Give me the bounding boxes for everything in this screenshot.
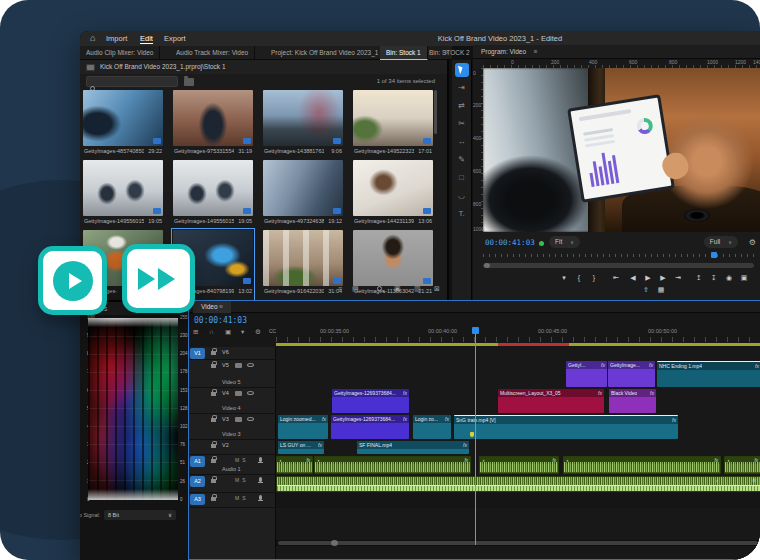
delete-icon[interactable]: ⊠ xyxy=(434,285,440,293)
lock-icon[interactable] xyxy=(211,351,216,355)
hand-tool[interactable]: ◡ xyxy=(455,189,469,203)
linked-selection-icon[interactable]: ▣ xyxy=(225,328,231,336)
timeline-timecode[interactable]: 00:00:41:03 xyxy=(194,316,247,325)
timeline-settings-icon[interactable]: ⚙ xyxy=(255,328,261,336)
overlay-fast-forward-button[interactable] xyxy=(122,244,195,313)
step-forward-button[interactable]: ▶ xyxy=(657,274,669,282)
go-to-in-button[interactable]: ⇤ xyxy=(610,274,622,282)
asset-thumbnail[interactable] xyxy=(173,90,253,146)
lock-icon[interactable] xyxy=(211,497,216,501)
insert-overwrite-icon[interactable]: ⊞ xyxy=(193,328,198,336)
asset-thumbnail[interactable] xyxy=(83,160,163,216)
zoom-level-select[interactable]: Fit∨ xyxy=(549,236,580,248)
lock-icon[interactable] xyxy=(211,392,216,396)
track-header-v6[interactable]: V1 V6 xyxy=(189,347,276,360)
track-name[interactable]: V4 xyxy=(222,390,229,396)
lock-icon[interactable] xyxy=(211,444,216,448)
tab-project[interactable]: Project: Kick Off Brand Video 2023_1 xyxy=(265,46,385,60)
timeline-scrollbar[interactable] xyxy=(276,540,760,546)
voiceover-mic-icon[interactable] xyxy=(259,457,262,462)
scroll-knob[interactable] xyxy=(331,540,338,546)
add-marker-icon[interactable]: ▾ xyxy=(241,328,244,336)
track-header-v2[interactable]: V2 xyxy=(189,440,276,455)
asset-item[interactable]: GettyImages-1495223236...17:01 xyxy=(353,90,433,160)
track-v2[interactable]: LS GUY on ...fx SF FINAL.mp4fx xyxy=(276,440,760,455)
asset-item[interactable]: GettyImages-1438817611...9:06 xyxy=(263,90,343,160)
asset-thumbnail[interactable] xyxy=(173,160,253,216)
type-tool[interactable]: T. xyxy=(455,207,469,221)
program-video-preview[interactable] xyxy=(483,68,760,232)
asset-item[interactable]: GettyImages-1495560155...19:05 xyxy=(173,160,253,230)
audio-clip[interactable]: ◖fx xyxy=(563,456,721,474)
mute-solo-toggles[interactable]: MS xyxy=(235,495,249,501)
timeline-clip[interactable]: Login zo...fx xyxy=(413,415,451,439)
asset-thumbnail[interactable] xyxy=(353,90,433,146)
mark-in-button[interactable]: { xyxy=(573,274,585,281)
source-patch-v1[interactable]: V1 xyxy=(190,348,205,359)
program-playhead[interactable] xyxy=(711,252,717,258)
asset-item[interactable]: GettyImages-975331554...31:19 xyxy=(173,90,253,160)
razor-tool[interactable]: ✂ xyxy=(455,117,469,131)
ripple-edit-tool[interactable]: ⇄ xyxy=(455,99,469,113)
extract-button[interactable]: ↧ xyxy=(708,274,720,282)
overlay-play-button[interactable] xyxy=(38,246,107,315)
audio-clip[interactable]: ◖fx xyxy=(276,456,313,474)
track-a2[interactable]: ♪ fx xyxy=(276,475,760,493)
step-back-button[interactable]: ◀ xyxy=(627,274,639,282)
search-input[interactable] xyxy=(86,76,178,87)
timeline-ruler[interactable]: 00:00:35:00 00:00:40:00 00:00:45:00 00:0… xyxy=(276,327,760,343)
timeline-clip[interactable]: Login zoomed...fx xyxy=(278,415,328,439)
audio-clip-music[interactable]: ♪ fx xyxy=(276,476,760,492)
asset-thumbnail[interactable] xyxy=(263,230,343,286)
lift-button[interactable]: ↥ xyxy=(693,274,705,282)
track-output-icon[interactable] xyxy=(235,417,242,422)
tab-timeline-video[interactable]: Video ≡ xyxy=(193,301,231,313)
track-v5[interactable]: GettyI...fx GettyImage...fx NHC Ending 1… xyxy=(276,360,760,388)
timeline-clip[interactable]: GettyImage...fx xyxy=(608,361,655,387)
playhead-handle[interactable] xyxy=(472,327,479,334)
filmstrip-view-icon[interactable]: ▤ xyxy=(352,285,359,293)
bin-breadcrumb[interactable]: Kick Off Brand Video 2023_1.prproj\Stock… xyxy=(80,60,447,74)
sort-icon[interactable]: ≡ xyxy=(338,285,342,292)
track-header-a1[interactable]: A1 MS Audio 1 xyxy=(189,455,276,475)
go-to-out-button[interactable]: ⇥ xyxy=(672,274,684,282)
track-header-v3[interactable]: V3 Video 3 xyxy=(189,414,276,440)
track-name[interactable]: V2 xyxy=(222,442,229,448)
source-patch-a3[interactable]: A3 xyxy=(190,494,205,505)
home-icon[interactable]: ⌂ xyxy=(90,33,95,43)
audio-clip[interactable]: ◖fx xyxy=(314,456,471,474)
track-output-icon[interactable] xyxy=(235,363,242,368)
timeline-clip[interactable]: LS GUY on ...fx xyxy=(278,441,324,454)
audio-clip[interactable]: ◖fx xyxy=(479,456,559,474)
playback-resolution-select[interactable]: Full∨ xyxy=(704,236,738,248)
slip-tool[interactable]: ↔ xyxy=(455,135,469,149)
track-header-a3[interactable]: A3 MS xyxy=(189,493,276,508)
scroll-knob[interactable] xyxy=(484,263,490,268)
tab-bin-stock2[interactable]: Bin: STOCK 2 xyxy=(423,46,476,60)
mute-solo-toggles[interactable]: MS xyxy=(235,477,249,483)
tab-program-video[interactable]: Program: Video xyxy=(481,48,526,55)
timeline-clip[interactable]: GettyI...fx xyxy=(566,361,607,387)
mute-solo-toggles[interactable]: MS xyxy=(235,457,249,463)
lock-icon[interactable] xyxy=(211,459,216,463)
settings-wrench-icon[interactable]: ⚙ xyxy=(749,238,756,247)
mark-out-button[interactable]: } xyxy=(588,274,600,281)
eye-icon[interactable] xyxy=(247,363,254,367)
tab-overflow-icon[interactable]: » xyxy=(444,46,448,60)
asset-thumbnail[interactable] xyxy=(263,90,343,146)
lock-icon[interactable] xyxy=(211,364,216,368)
voiceover-mic-icon[interactable] xyxy=(259,477,262,482)
timeline-clip[interactable]: GettyImages-1269373684...fx xyxy=(332,389,409,413)
track-name[interactable]: V6 xyxy=(222,349,229,355)
audio-clip[interactable]: ◖fx xyxy=(724,456,760,474)
track-a3[interactable] xyxy=(276,493,760,508)
program-panel-menu-icon[interactable]: ≡ xyxy=(534,48,538,55)
track-header-a2[interactable]: A2 MS xyxy=(189,475,276,493)
eye-icon[interactable] xyxy=(247,417,254,421)
track-a1[interactable]: ◖fx ◖fx ◖fx ◖fx ◖fx xyxy=(276,455,760,475)
menu-edit[interactable]: Edit xyxy=(140,34,153,44)
track-header-v4[interactable]: V4 Video 4 xyxy=(189,388,276,414)
program-scrollbar[interactable] xyxy=(483,263,754,268)
asset-item[interactable]: GettyImages-1442311399...13:06 xyxy=(353,160,433,230)
source-patch-a2[interactable]: A2 xyxy=(190,476,205,487)
